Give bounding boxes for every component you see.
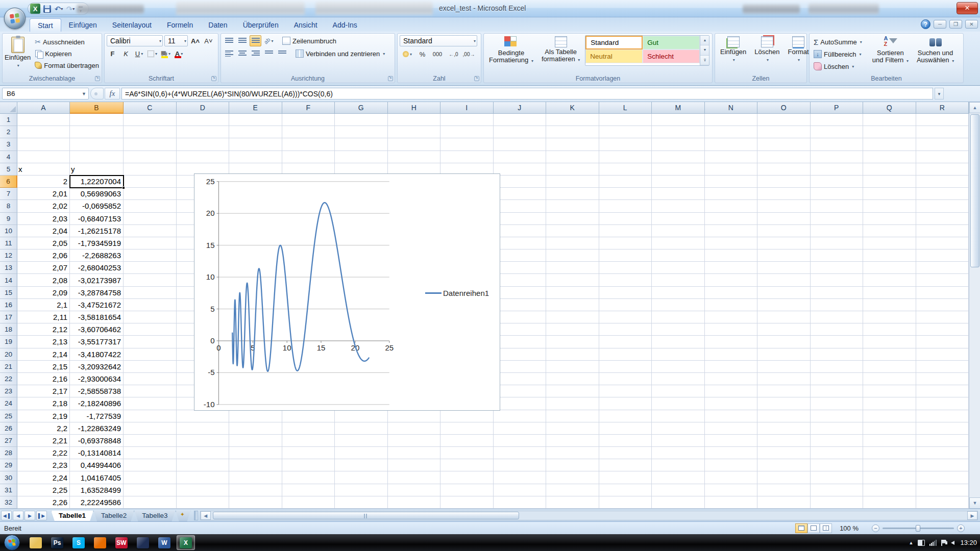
cell-N11[interactable]	[705, 237, 758, 249]
cell-K32[interactable]	[546, 496, 599, 509]
gallery-scroll-down-icon[interactable]: ▼	[700, 45, 709, 55]
cell-K29[interactable]	[546, 459, 599, 471]
cell-P19[interactable]	[811, 336, 864, 348]
cell-N30[interactable]	[705, 471, 758, 484]
cell-M19[interactable]	[652, 336, 705, 348]
wrap-text-button[interactable]: Zeilenumbruch	[280, 35, 338, 46]
cell-E29[interactable]	[229, 459, 282, 471]
cell-B27[interactable]: -0,69378848	[70, 435, 124, 447]
cell-R17[interactable]	[916, 311, 969, 323]
cell-A28[interactable]: 2,22	[17, 447, 70, 459]
cell-Q21[interactable]	[863, 361, 916, 373]
row-header-10[interactable]: 10	[0, 225, 17, 237]
cell-B24[interactable]: -2,18240896	[70, 397, 124, 410]
sort-filter-button[interactable]: A Z Sortierenund Filtern ▾	[869, 35, 912, 72]
cell-R24[interactable]	[916, 397, 969, 410]
cell-C18[interactable]	[124, 323, 177, 336]
cell-B19[interactable]: -3,55177317	[70, 336, 124, 348]
undo-button[interactable]: ↶▾	[54, 4, 64, 14]
cell-C21[interactable]	[124, 361, 177, 373]
ribbon-tab-start[interactable]: Start	[30, 18, 61, 32]
cell-C11[interactable]	[124, 237, 177, 249]
cell-P9[interactable]	[811, 213, 864, 225]
cell-N12[interactable]	[705, 249, 758, 262]
cell-P14[interactable]	[811, 274, 864, 286]
taskbar-explorer-icon[interactable]	[27, 535, 45, 550]
cell-B22[interactable]: -2,93000634	[70, 373, 124, 385]
cell-M28[interactable]	[652, 447, 705, 459]
cell-F4[interactable]	[282, 151, 335, 163]
conditional-formatting-button[interactable]: BedingteFormatierung ▾	[486, 35, 536, 66]
ribbon-tab-daten[interactable]: Daten	[201, 18, 235, 32]
cell-K23[interactable]	[546, 385, 599, 397]
taskbar-excel-icon[interactable]: X	[177, 535, 195, 550]
cell-P5[interactable]	[811, 163, 864, 176]
cell-P18[interactable]	[811, 323, 864, 336]
column-header-K[interactable]: K	[546, 102, 599, 114]
cell-R1[interactable]	[916, 114, 969, 126]
cell-E27[interactable]	[229, 435, 282, 447]
cell-A27[interactable]: 2,21	[17, 435, 70, 447]
cell-K16[interactable]	[546, 299, 599, 311]
align-bottom-icon[interactable]	[250, 35, 261, 46]
cell-A23[interactable]: 2,17	[17, 385, 70, 397]
cell-K30[interactable]	[546, 471, 599, 484]
cell-C30[interactable]	[124, 471, 177, 484]
help-icon[interactable]: ?	[921, 19, 930, 29]
cell-N6[interactable]	[705, 176, 758, 188]
cell-J11[interactable]	[494, 237, 547, 249]
find-select-button[interactable]: Suchen undAuswählen ▾	[914, 35, 957, 72]
cell-J14[interactable]	[494, 274, 547, 286]
cell-K22[interactable]	[546, 373, 599, 385]
cell-Q8[interactable]	[863, 200, 916, 212]
cell-D32[interactable]	[177, 496, 230, 509]
cell-J12[interactable]	[494, 249, 547, 262]
cell-K3[interactable]	[546, 138, 599, 151]
cell-H28[interactable]	[388, 447, 441, 459]
save-button[interactable]	[42, 4, 52, 14]
cell-R22[interactable]	[916, 373, 969, 385]
cell-J13[interactable]	[494, 262, 547, 274]
cell-Q28[interactable]	[863, 447, 916, 459]
fill-color-button[interactable]: ⛟▾	[160, 48, 172, 59]
cell-A31[interactable]: 2,25	[17, 484, 70, 496]
cell-R13[interactable]	[916, 262, 969, 274]
cell-K24[interactable]	[546, 397, 599, 410]
cell-H32[interactable]	[388, 496, 441, 509]
cell-C10[interactable]	[124, 225, 177, 237]
cell-C19[interactable]	[124, 336, 177, 348]
cell-P25[interactable]	[811, 410, 864, 422]
cell-F25[interactable]	[282, 410, 335, 422]
cell-M32[interactable]	[652, 496, 705, 509]
row-header-23[interactable]: 23	[0, 385, 17, 397]
scroll-right-icon[interactable]: ▶	[967, 511, 977, 520]
cell-B5[interactable]: y	[70, 163, 124, 176]
cell-L30[interactable]	[599, 471, 652, 484]
cell-A25[interactable]: 2,19	[17, 410, 70, 422]
cell-B25[interactable]: -1,727539	[70, 410, 124, 422]
cell-N23[interactable]	[705, 385, 758, 397]
cell-B4[interactable]	[70, 151, 124, 163]
underline-button[interactable]: U▾	[133, 48, 145, 59]
cell-O23[interactable]	[757, 385, 811, 397]
cell-R31[interactable]	[916, 484, 969, 496]
cell-K6[interactable]	[546, 176, 599, 188]
cell-Q19[interactable]	[863, 336, 916, 348]
cell-C31[interactable]	[124, 484, 177, 496]
cell-J26[interactable]	[494, 422, 547, 435]
row-header-19[interactable]: 19	[0, 336, 17, 348]
cell-A10[interactable]: 2,04	[17, 225, 70, 237]
align-left-icon[interactable]	[223, 48, 235, 59]
cell-L5[interactable]	[599, 163, 652, 176]
cell-P4[interactable]	[811, 151, 864, 163]
cell-B18[interactable]: -3,60706462	[70, 323, 124, 336]
cell-C2[interactable]	[124, 126, 177, 138]
cell-J4[interactable]	[494, 151, 547, 163]
row-header-31[interactable]: 31	[0, 484, 17, 496]
column-header-Q[interactable]: Q	[863, 102, 916, 114]
cell-K7[interactable]	[546, 188, 599, 200]
cell-K11[interactable]	[546, 237, 599, 249]
format-painter-button[interactable]: Format übertragen	[33, 60, 101, 71]
cell-N18[interactable]	[705, 323, 758, 336]
cell-C4[interactable]	[124, 151, 177, 163]
